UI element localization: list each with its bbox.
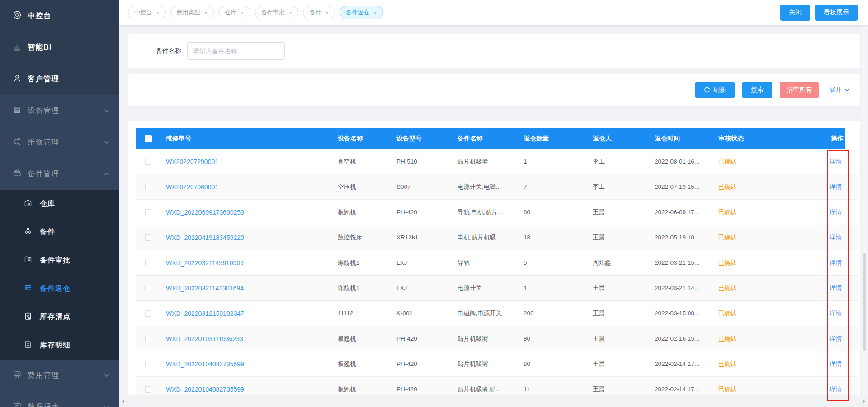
close-icon[interactable]: ×: [289, 10, 292, 16]
select-all-checkbox[interactable]: [145, 135, 152, 142]
return-person-cell: 王晨: [587, 385, 649, 393]
table-row[interactable]: WXD_20220321141301694螺旋机1LXJ电源开关1王晨2022-…: [136, 276, 858, 301]
tag-chip-备件[interactable]: 备件×: [303, 6, 335, 19]
refresh-button[interactable]: 刷新: [695, 82, 735, 98]
close-button[interactable]: 关闭: [780, 5, 810, 21]
tag-chip-费用类型[interactable]: 费用类型×: [170, 6, 214, 19]
action-cell: 详情: [814, 234, 845, 242]
detail-link[interactable]: 详情: [830, 259, 842, 267]
expand-toggle[interactable]: 展开: [829, 86, 850, 94]
sidebar-item-备件管理[interactable]: 备件管理: [0, 158, 119, 190]
detail-link[interactable]: 详情: [830, 309, 842, 318]
column-header-返仓数量: 返仓数量: [518, 128, 587, 149]
order-no-link[interactable]: WXD_20220104082735599: [166, 386, 244, 393]
close-icon[interactable]: ×: [241, 10, 244, 16]
tag-chip-label: 仓库: [225, 9, 236, 17]
row-checkbox[interactable]: [145, 184, 151, 190]
table-row[interactable]: WXD_20220104082735599板翘机PH-420贴片机吸嘴80王晨2…: [136, 351, 858, 377]
spare-name-input[interactable]: [187, 42, 285, 60]
row-checkbox[interactable]: [145, 260, 151, 266]
search-button[interactable]: 搜索: [742, 82, 772, 98]
row-checkbox[interactable]: [145, 234, 151, 241]
sidebar-item-设备管理[interactable]: 设备管理: [0, 95, 119, 126]
sidebar-item-维修管理[interactable]: 维修管理: [0, 126, 119, 158]
order-no-link[interactable]: WXD_20220103111936233: [166, 335, 243, 342]
detail-link[interactable]: 详情: [830, 208, 842, 216]
detail-link[interactable]: 详情: [830, 284, 842, 292]
return-time-cell: 2022-03-21 14...: [649, 285, 713, 291]
order-no-link[interactable]: WXD_20220104082735599: [166, 360, 244, 368]
return-qty-cell: 7: [518, 183, 587, 190]
sidebar-subitem-仓库[interactable]: 仓库: [0, 190, 119, 218]
scroll-right-arrow-icon[interactable]: [863, 399, 865, 404]
scroll-left-arrow-icon[interactable]: [122, 399, 124, 404]
row-checkbox[interactable]: [145, 336, 151, 342]
order-no-link[interactable]: WXD_20220312150102347: [166, 310, 244, 317]
status-confirmed-text: 已确认: [718, 335, 737, 343]
spare-name-cell: 导轨,电机,贴片...: [452, 208, 518, 216]
table-row[interactable]: WX202207060001空压机S007电源开关,电磁...7李工2022-0…: [136, 174, 858, 200]
order-no-link[interactable]: WXD_20220419183459220: [166, 234, 244, 241]
sidebar-item-费用管理[interactable]: 费用管理: [0, 360, 119, 391]
row-checkbox[interactable]: [145, 386, 151, 393]
return-qty-cell: 1: [518, 158, 587, 165]
order-no-link[interactable]: WX202207060001: [166, 183, 218, 191]
sidebar-subitem-备件返仓[interactable]: 备件返仓: [0, 275, 119, 303]
order-no-link[interactable]: WXD_20220321145610909: [166, 259, 244, 267]
sidebar-subitem-库存清点[interactable]: 库存清点: [0, 303, 119, 331]
sidebar-item-中控台[interactable]: 中控台: [0, 0, 119, 32]
chevron-down-icon: [104, 108, 110, 114]
order-no-link[interactable]: WXD_20220609173600253: [166, 209, 244, 216]
detail-link[interactable]: 详情: [830, 234, 842, 242]
detail-link[interactable]: 详情: [830, 158, 842, 166]
table-row[interactable]: WXD_20220419183459220数控铣床XR12KL电机,贴片机吸..…: [136, 225, 858, 250]
chevron-up-icon: [104, 171, 110, 177]
detail-link[interactable]: 详情: [830, 335, 842, 343]
row-checkbox[interactable]: [145, 285, 151, 291]
tag-chip-备件审批[interactable]: 备件审批×: [255, 6, 299, 19]
row-checkbox[interactable]: [145, 310, 151, 317]
table-row[interactable]: WX202207290001真空机PH-510贴片机吸嘴1李工2022-08-0…: [136, 149, 858, 174]
table-row[interactable]: WXD_20220321145610909螺旋机1LXJ导轨5周炜鑫2022-0…: [136, 250, 858, 276]
tag-chip-备件返仓[interactable]: 备件返仓×: [340, 6, 383, 19]
app-window: 中控台智能BI客户管理设备管理维修管理备件管理仓库备件备件审批备件返仓库存清点库…: [0, 0, 868, 407]
sidebar-item-label: 备件管理: [28, 169, 59, 179]
sidebar-subitem-备件[interactable]: 备件: [0, 218, 119, 247]
table-row[interactable]: WXD_20220103111936233板翘机PH-420贴片机吸嘴80王晨2…: [136, 326, 858, 351]
sidebar-subitem-备件审批[interactable]: 备件审批: [0, 246, 119, 275]
return-qty-cell: 1: [518, 285, 587, 291]
audit-status-cell: 已确认: [713, 234, 814, 242]
order-no-link[interactable]: WX202207290001: [166, 158, 218, 165]
detail-link[interactable]: 详情: [830, 183, 842, 191]
order-no-link[interactable]: WXD_20220321141301694: [166, 285, 244, 292]
tag-chip-仓库[interactable]: 仓库×: [218, 6, 250, 19]
close-icon[interactable]: ×: [204, 10, 208, 16]
sidebar-subitem-库存明细[interactable]: 库存明细: [0, 331, 119, 360]
sidebar-item-数据报表[interactable]: 数据报表: [0, 391, 119, 407]
table-row[interactable]: WXD_2022031215010234711112K-001电磁阀,电源开关2…: [136, 301, 858, 326]
order-no-cell: WXD_20220312150102347: [160, 310, 332, 317]
close-icon[interactable]: ×: [373, 10, 377, 16]
vertical-scrollbar[interactable]: [862, 25, 867, 396]
tag-chip-中控台[interactable]: 中控台×: [128, 6, 166, 19]
detail-link[interactable]: 详情: [830, 360, 842, 368]
detail-link[interactable]: 详情: [830, 385, 842, 393]
close-icon[interactable]: ×: [325, 10, 329, 16]
row-checkbox[interactable]: [145, 159, 151, 165]
table-body: WX202207290001真空机PH-510贴片机吸嘴1李工2022-08-0…: [136, 149, 858, 395]
board-display-button[interactable]: 看板展示: [815, 5, 858, 21]
clear-all-button[interactable]: 清空所有: [780, 82, 819, 98]
table-row[interactable]: WXD_20220104082735599板翘机PH-420贴片机吸嘴,贴...…: [136, 377, 858, 395]
table-row[interactable]: WXD_20220609173600253板翘机PH-420导轨,电机,贴片..…: [136, 200, 858, 225]
topbar: 中控台×费用类型×仓库×备件审批×备件×备件返仓× 关闭 看板展示: [119, 0, 868, 25]
sidebar-item-label: 数据报表: [28, 402, 59, 407]
row-checkbox[interactable]: [145, 361, 151, 367]
sidebar-item-客户管理[interactable]: 客户管理: [0, 63, 119, 95]
vertical-scrollbar-thumb[interactable]: [863, 253, 866, 351]
row-checkbox[interactable]: [145, 209, 151, 215]
close-icon[interactable]: ×: [156, 10, 160, 16]
return-person-cell: 王晨: [587, 309, 649, 318]
horizontal-scrollbar[interactable]: [119, 396, 868, 407]
audit-status-cell: 已确认: [713, 259, 814, 267]
sidebar-item-智能BI[interactable]: 智能BI: [0, 32, 119, 63]
